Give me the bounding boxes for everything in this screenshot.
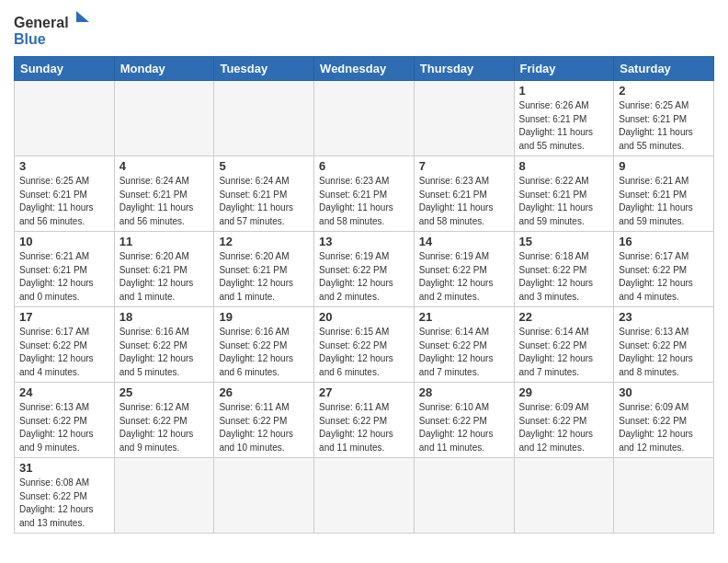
day-number: 16 bbox=[619, 235, 709, 248]
day-info: Sunrise: 6:17 AM Sunset: 6:22 PM Dayligh… bbox=[19, 326, 109, 379]
calendar-cell bbox=[214, 81, 314, 156]
weekday-header-thursday: Thursday bbox=[414, 57, 514, 81]
day-number: 31 bbox=[19, 461, 109, 475]
day-number: 15 bbox=[519, 235, 609, 248]
calendar-week-row: 24Sunrise: 6:13 AM Sunset: 6:22 PM Dayli… bbox=[15, 383, 714, 458]
day-info: Sunrise: 6:21 AM Sunset: 6:21 PM Dayligh… bbox=[19, 250, 109, 304]
calendar-cell: 7Sunrise: 6:23 AM Sunset: 6:21 PM Daylig… bbox=[414, 156, 514, 232]
calendar-cell bbox=[414, 458, 514, 534]
weekday-header-friday: Friday bbox=[514, 57, 614, 81]
calendar-cell: 17Sunrise: 6:17 AM Sunset: 6:22 PM Dayli… bbox=[15, 307, 115, 383]
day-number: 13 bbox=[319, 235, 409, 248]
day-number: 12 bbox=[219, 235, 309, 248]
logo: General Blue bbox=[14, 9, 97, 51]
day-info: Sunrise: 6:26 AM Sunset: 6:21 PM Dayligh… bbox=[519, 99, 609, 153]
calendar-cell: 19Sunrise: 6:16 AM Sunset: 6:22 PM Dayli… bbox=[214, 307, 314, 383]
day-info: Sunrise: 6:24 AM Sunset: 6:21 PM Dayligh… bbox=[219, 175, 309, 228]
svg-marker-1 bbox=[76, 11, 89, 22]
day-number: 28 bbox=[419, 385, 509, 399]
calendar-cell: 5Sunrise: 6:24 AM Sunset: 6:21 PM Daylig… bbox=[214, 156, 314, 232]
day-number: 10 bbox=[19, 235, 109, 248]
calendar-cell: 21Sunrise: 6:14 AM Sunset: 6:22 PM Dayli… bbox=[414, 307, 514, 383]
calendar-cell: 2Sunrise: 6:25 AM Sunset: 6:21 PM Daylig… bbox=[614, 81, 714, 156]
day-number: 17 bbox=[19, 310, 109, 324]
calendar-cell: 6Sunrise: 6:23 AM Sunset: 6:21 PM Daylig… bbox=[314, 156, 415, 232]
calendar-week-row: 17Sunrise: 6:17 AM Sunset: 6:22 PM Dayli… bbox=[15, 307, 714, 383]
calendar-cell: 15Sunrise: 6:18 AM Sunset: 6:22 PM Dayli… bbox=[514, 232, 614, 307]
day-info: Sunrise: 6:15 AM Sunset: 6:22 PM Dayligh… bbox=[319, 326, 409, 379]
day-info: Sunrise: 6:19 AM Sunset: 6:22 PM Dayligh… bbox=[319, 250, 409, 304]
calendar-cell: 20Sunrise: 6:15 AM Sunset: 6:22 PM Dayli… bbox=[314, 307, 415, 383]
calendar-week-row: 1Sunrise: 6:26 AM Sunset: 6:21 PM Daylig… bbox=[15, 81, 714, 156]
svg-text:General: General bbox=[14, 15, 69, 30]
calendar-cell: 22Sunrise: 6:14 AM Sunset: 6:22 PM Dayli… bbox=[514, 307, 614, 383]
day-info: Sunrise: 6:14 AM Sunset: 6:22 PM Dayligh… bbox=[419, 326, 509, 379]
weekday-header-tuesday: Tuesday bbox=[214, 57, 314, 81]
day-info: Sunrise: 6:22 AM Sunset: 6:21 PM Dayligh… bbox=[519, 175, 609, 228]
day-info: Sunrise: 6:12 AM Sunset: 6:22 PM Dayligh… bbox=[119, 401, 210, 454]
day-info: Sunrise: 6:10 AM Sunset: 6:22 PM Dayligh… bbox=[419, 401, 509, 454]
day-number: 3 bbox=[19, 159, 109, 173]
calendar-header-row: SundayMondayTuesdayWednesdayThursdayFrid… bbox=[15, 57, 714, 81]
day-info: Sunrise: 6:19 AM Sunset: 6:22 PM Dayligh… bbox=[419, 250, 509, 304]
calendar-cell: 24Sunrise: 6:13 AM Sunset: 6:22 PM Dayli… bbox=[15, 383, 115, 458]
day-number: 21 bbox=[419, 310, 509, 324]
day-number: 9 bbox=[619, 159, 709, 173]
calendar-cell: 27Sunrise: 6:11 AM Sunset: 6:22 PM Dayli… bbox=[314, 383, 415, 458]
day-number: 8 bbox=[519, 159, 609, 173]
calendar-week-row: 3Sunrise: 6:25 AM Sunset: 6:21 PM Daylig… bbox=[15, 156, 714, 232]
calendar-cell: 31Sunrise: 6:08 AM Sunset: 6:22 PM Dayli… bbox=[15, 458, 115, 534]
day-info: Sunrise: 6:09 AM Sunset: 6:22 PM Dayligh… bbox=[619, 401, 709, 454]
calendar-cell: 10Sunrise: 6:21 AM Sunset: 6:21 PM Dayli… bbox=[15, 232, 115, 307]
calendar-cell: 14Sunrise: 6:19 AM Sunset: 6:22 PM Dayli… bbox=[414, 232, 514, 307]
day-number: 27 bbox=[319, 385, 409, 399]
page-header: General Blue bbox=[14, 9, 714, 51]
weekday-header-sunday: Sunday bbox=[15, 57, 115, 81]
calendar-cell bbox=[414, 81, 514, 156]
calendar-cell: 11Sunrise: 6:20 AM Sunset: 6:21 PM Dayli… bbox=[114, 232, 214, 307]
calendar-cell: 23Sunrise: 6:13 AM Sunset: 6:22 PM Dayli… bbox=[614, 307, 714, 383]
day-number: 4 bbox=[119, 159, 210, 173]
day-number: 14 bbox=[419, 235, 509, 248]
calendar-cell bbox=[114, 458, 214, 534]
day-info: Sunrise: 6:21 AM Sunset: 6:21 PM Dayligh… bbox=[619, 175, 709, 228]
svg-text:Blue: Blue bbox=[14, 31, 46, 47]
day-info: Sunrise: 6:13 AM Sunset: 6:22 PM Dayligh… bbox=[19, 401, 109, 454]
weekday-header-saturday: Saturday bbox=[614, 57, 714, 81]
day-info: Sunrise: 6:18 AM Sunset: 6:22 PM Dayligh… bbox=[519, 250, 609, 304]
day-number: 6 bbox=[319, 159, 409, 173]
calendar-cell bbox=[15, 81, 115, 156]
calendar-cell: 30Sunrise: 6:09 AM Sunset: 6:22 PM Dayli… bbox=[614, 383, 714, 458]
day-number: 25 bbox=[119, 385, 210, 399]
calendar-cell: 25Sunrise: 6:12 AM Sunset: 6:22 PM Dayli… bbox=[114, 383, 214, 458]
day-number: 11 bbox=[119, 235, 210, 248]
day-info: Sunrise: 6:20 AM Sunset: 6:21 PM Dayligh… bbox=[219, 250, 309, 304]
calendar-week-row: 10Sunrise: 6:21 AM Sunset: 6:21 PM Dayli… bbox=[15, 232, 714, 307]
day-info: Sunrise: 6:25 AM Sunset: 6:21 PM Dayligh… bbox=[619, 99, 709, 153]
day-number: 24 bbox=[19, 385, 109, 399]
day-info: Sunrise: 6:16 AM Sunset: 6:22 PM Dayligh… bbox=[119, 326, 210, 379]
calendar-cell: 12Sunrise: 6:20 AM Sunset: 6:21 PM Dayli… bbox=[214, 232, 314, 307]
day-number: 29 bbox=[519, 385, 609, 399]
day-number: 18 bbox=[119, 310, 210, 324]
calendar-cell bbox=[314, 458, 415, 534]
day-info: Sunrise: 6:16 AM Sunset: 6:22 PM Dayligh… bbox=[219, 326, 309, 379]
day-info: Sunrise: 6:11 AM Sunset: 6:22 PM Dayligh… bbox=[219, 401, 309, 454]
day-number: 30 bbox=[619, 385, 709, 399]
calendar-cell: 29Sunrise: 6:09 AM Sunset: 6:22 PM Dayli… bbox=[514, 383, 614, 458]
calendar-cell: 16Sunrise: 6:17 AM Sunset: 6:22 PM Dayli… bbox=[614, 232, 714, 307]
weekday-header-wednesday: Wednesday bbox=[314, 57, 415, 81]
calendar-cell bbox=[614, 458, 714, 534]
calendar-cell: 18Sunrise: 6:16 AM Sunset: 6:22 PM Dayli… bbox=[114, 307, 214, 383]
day-number: 23 bbox=[619, 310, 709, 324]
calendar-cell bbox=[214, 458, 314, 534]
weekday-header-monday: Monday bbox=[114, 57, 214, 81]
day-info: Sunrise: 6:20 AM Sunset: 6:21 PM Dayligh… bbox=[119, 250, 210, 304]
calendar-cell bbox=[114, 81, 214, 156]
day-info: Sunrise: 6:24 AM Sunset: 6:21 PM Dayligh… bbox=[119, 175, 210, 228]
calendar-cell bbox=[514, 458, 614, 534]
calendar-cell: 8Sunrise: 6:22 AM Sunset: 6:21 PM Daylig… bbox=[514, 156, 614, 232]
calendar-cell: 3Sunrise: 6:25 AM Sunset: 6:21 PM Daylig… bbox=[15, 156, 115, 232]
day-number: 2 bbox=[619, 84, 709, 98]
calendar-cell bbox=[314, 81, 415, 156]
